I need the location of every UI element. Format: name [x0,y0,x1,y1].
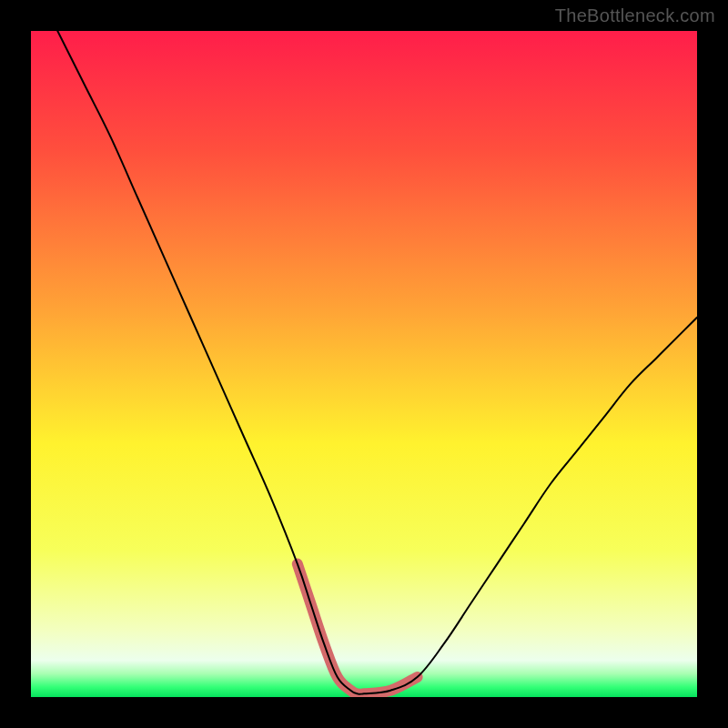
watermark-text: TheBottleneck.com [555,5,715,26]
chart-container: { "watermark": "TheBottleneck.com", "cha… [0,0,728,728]
gradient-background [31,31,697,697]
bottleneck-chart [0,0,728,728]
